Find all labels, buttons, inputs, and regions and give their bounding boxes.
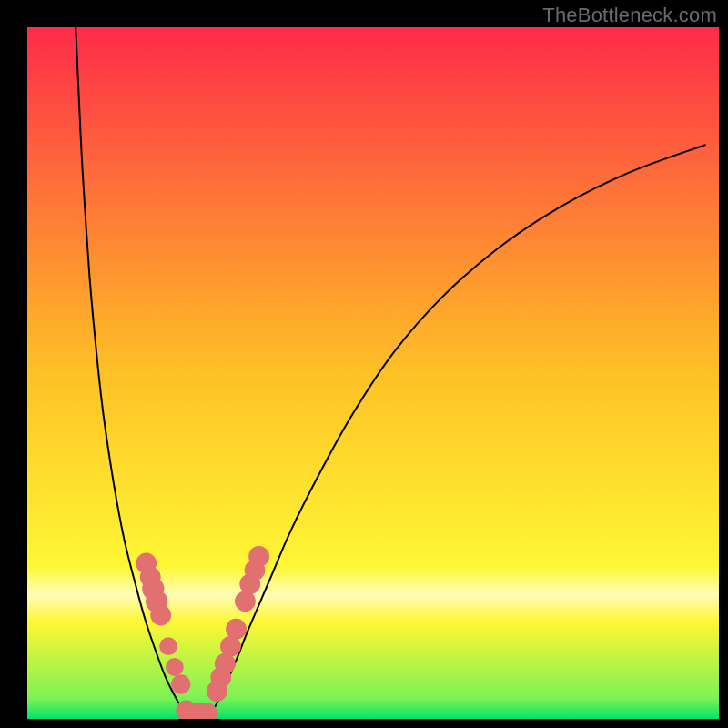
marker-dot — [171, 674, 190, 693]
chart-svg — [27, 27, 719, 719]
marker-dot — [248, 546, 269, 567]
marker-dot — [226, 619, 247, 640]
plot-area — [27, 27, 719, 719]
watermark-text: TheBottleneck.com — [542, 4, 717, 27]
marker-dot — [150, 605, 171, 626]
marker-dot — [159, 637, 177, 655]
chart-frame: TheBottleneck.com — [0, 0, 728, 728]
gradient-background — [27, 27, 719, 719]
marker-dot — [166, 658, 184, 676]
